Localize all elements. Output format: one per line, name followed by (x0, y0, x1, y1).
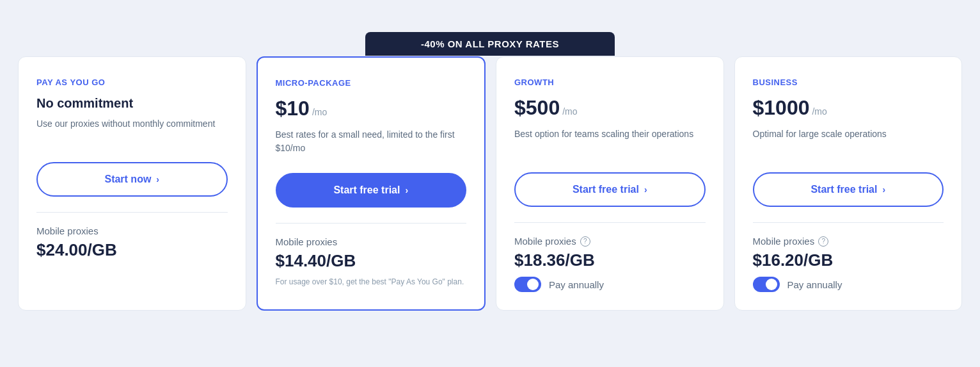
cta-label-growth: Start free trial (573, 184, 639, 195)
plan-name-growth: GROWTH (514, 77, 706, 87)
card-pay-as-you-go: PAY AS YOU GO No commitment Use our prox… (18, 56, 246, 311)
divider-payasyougo (36, 212, 228, 213)
cta-button-growth[interactable]: Start free trial › (514, 172, 706, 207)
price-row-micro: $10 /mo (276, 97, 467, 120)
pay-annually-label-business: Pay annually (787, 279, 842, 290)
plan-name-business: BUSINESS (753, 77, 944, 87)
card-growth: GROWTH $500 /mo Best option for teams sc… (496, 56, 724, 311)
divider-micro (276, 223, 467, 224)
price-amount-business: $1000 (753, 96, 810, 120)
pricing-section: -40% ON ALL PROXY RATES PAY AS YOU GO No… (13, 56, 967, 311)
proxy-label-growth: Mobile proxies ? (514, 236, 706, 247)
cta-label-business: Start free trial (810, 184, 877, 195)
cta-button-micro[interactable]: Start free trial › (276, 173, 467, 208)
plan-name-micro: MICRO-PACKAGE (276, 78, 467, 88)
toggle-growth[interactable] (514, 277, 541, 292)
toggle-business[interactable] (753, 277, 780, 292)
plan-name-payasyougo: PAY AS YOU GO (36, 77, 228, 87)
cta-button-payasyougo[interactable]: Start now › (36, 162, 228, 197)
chevron-icon-micro: › (405, 185, 408, 195)
plan-desc-micro: Best rates for a small need, limited to … (276, 128, 467, 159)
help-icon-growth[interactable]: ? (580, 236, 590, 247)
chevron-icon-growth: › (644, 184, 647, 195)
card-business: BUSINESS $1000 /mo Optimal for large sca… (734, 56, 963, 311)
plan-headline-payasyougo: No commitment (36, 96, 228, 111)
price-period-growth: /mo (562, 106, 577, 117)
help-icon-business[interactable]: ? (818, 236, 828, 247)
price-period-business: /mo (812, 106, 826, 117)
pay-annually-row-business: Pay annually (753, 277, 944, 292)
plan-desc-business: Optimal for large scale operations (753, 127, 944, 158)
price-row-business: $1000 /mo (753, 96, 944, 120)
proxy-price-micro: $14.40/GB (276, 251, 467, 271)
cta-button-business[interactable]: Start free trial › (753, 172, 944, 207)
cards-container: -40% ON ALL PROXY RATES PAY AS YOU GO No… (13, 56, 967, 311)
proxy-label-business: Mobile proxies ? (753, 236, 944, 247)
proxy-label-micro: Mobile proxies (276, 236, 467, 247)
proxy-note-micro: For usage over $10, get the best "Pay As… (276, 276, 467, 288)
cta-label-micro: Start free trial (333, 184, 400, 196)
chevron-icon-business: › (882, 184, 885, 195)
cta-label-payasyougo: Start now (104, 174, 151, 185)
card-micro-package: MICRO-PACKAGE $10 /mo Best rates for a s… (257, 56, 486, 311)
proxy-price-growth: $18.36/GB (514, 250, 706, 270)
plan-desc-payasyougo: Use our proxies without monthly commitme… (36, 117, 228, 148)
price-row-growth: $500 /mo (514, 96, 706, 120)
price-amount-growth: $500 (514, 96, 560, 120)
divider-growth (514, 222, 706, 223)
plan-desc-growth: Best option for teams scaling their oper… (514, 127, 706, 158)
proxy-price-business: $16.20/GB (753, 250, 944, 270)
proxy-label-payasyougo: Mobile proxies (36, 225, 228, 236)
pay-annually-row-growth: Pay annually (514, 277, 706, 292)
divider-business (753, 222, 944, 223)
price-amount-micro: $10 (276, 97, 310, 120)
chevron-icon-payasyougo: › (156, 174, 159, 184)
promo-banner: -40% ON ALL PROXY RATES (365, 32, 615, 56)
price-period-micro: /mo (312, 107, 327, 117)
pay-annually-label-growth: Pay annually (549, 279, 604, 290)
proxy-price-payasyougo: $24.00/GB (36, 240, 228, 260)
